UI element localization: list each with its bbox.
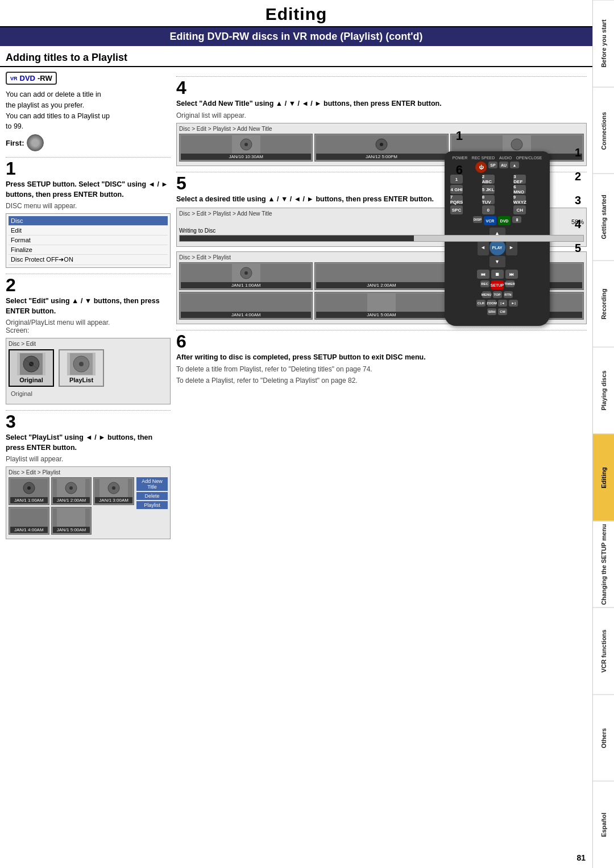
rec-speed-btn[interactable]: SP	[488, 162, 497, 168]
side-num-5: 5	[575, 241, 581, 255]
step2-screen: Disc > Edit	[6, 338, 171, 404]
search-btn[interactable]: SRH	[487, 308, 496, 315]
step1-title: Press SETUP button. Select "DISC" using …	[6, 180, 171, 200]
remote-top-btns: ⏻ SP AU ▲	[450, 162, 544, 173]
sidebar-espanol: Español	[593, 781, 614, 868]
step6-thumb-img-1	[181, 264, 311, 282]
svg-rect-17	[57, 509, 85, 527]
step6-thumb-img-4	[181, 294, 311, 312]
thumb-label-3: JAN/1 3:00AM	[95, 497, 132, 503]
cm-skip-btn[interactable]: CM	[498, 308, 507, 315]
timer-btn[interactable]: TIMER	[505, 280, 515, 287]
thumb-3: JAN/1 3:00AM	[93, 477, 134, 505]
dpad-left[interactable]: ◄	[478, 239, 489, 255]
step6-thumb-4: JAN/1 4:00AM	[179, 292, 313, 320]
svg-point-25	[511, 139, 522, 150]
right-sidebar: Before you start Connections Getting sta…	[592, 0, 614, 868]
playback-row: ⏮ ⏹ ⏭	[450, 270, 544, 279]
sidebar-recording: Recording	[593, 261, 614, 348]
svg-point-6	[79, 362, 84, 366]
step1-number: 1	[6, 159, 171, 177]
pause-btn[interactable]: ⏸	[512, 216, 521, 223]
step4-thumb-2: JAN/12 5:00PM	[314, 134, 448, 162]
remote-numpad: 1 2 ABC 3 DEF 4 GHI 5 JKL 6 MNO 7 PQRS 8…	[450, 175, 544, 214]
menu-playlist: Playlist	[136, 501, 168, 509]
playlist-icon	[67, 353, 96, 375]
num8[interactable]: 8 TUV	[482, 195, 495, 204]
dpad-right[interactable]: ►	[506, 239, 517, 255]
first-label: First:	[6, 134, 171, 151]
menu-btn[interactable]: MENU	[482, 291, 491, 298]
step4-title: Select "Add New Title" using ▲ / ▼ / ◄ /…	[176, 99, 587, 109]
step4-subtext: Original list will appear.	[176, 111, 587, 119]
stop-btn[interactable]: ⏹	[491, 270, 504, 279]
display-row: DISP VCR DVD ⏸	[450, 216, 544, 225]
step3-thumbnail-grid: JAN/1 1:00AM JAN/1 2:00AM	[9, 477, 134, 535]
dpad-down[interactable]: ▼	[489, 256, 505, 267]
step1-screen: Disc Edit Format Finalize Disc Protect O…	[6, 213, 171, 268]
num5[interactable]: 5 JKL	[482, 185, 495, 194]
section-header: Editing DVD-RW discs in VR mode (Playlis…	[0, 27, 592, 46]
disc-menu-item-format: Format	[9, 235, 168, 245]
num0[interactable]: 0	[482, 205, 495, 214]
enter-btn[interactable]: PLAY	[489, 239, 505, 255]
step3-subtext: Playlist will appear.	[6, 455, 171, 463]
power-btn[interactable]: ⏻	[475, 162, 487, 173]
dvd-btn[interactable]: DVD	[498, 216, 511, 225]
rw-label: -RW	[38, 74, 52, 82]
step6-number: 6	[176, 332, 587, 350]
dvd-rw-badge: VR DVD -RW	[6, 72, 57, 85]
setup-btn[interactable]: SETUP	[491, 280, 504, 290]
num6[interactable]: 6 MNO	[513, 185, 526, 194]
thumb-label-4: JAN/1 4:00AM	[10, 527, 48, 533]
space-btn[interactable]: SPC	[450, 205, 463, 214]
num9[interactable]: 9 WXYZ	[513, 195, 526, 204]
rec-otr-btn[interactable]: REC	[480, 280, 489, 287]
num4[interactable]: 4 GHI	[450, 185, 463, 194]
vcr-btn[interactable]: VCR	[484, 216, 496, 225]
step3-section: 3 Select "PlayList" using ◄ / ► buttons,…	[6, 412, 171, 539]
step3-title: Select "PlayList" using ◄ / ► buttons, t…	[6, 433, 171, 453]
sub-header: Adding titles to a Playlist	[0, 49, 592, 67]
display-btn[interactable]: DISP	[473, 216, 482, 223]
skip-fwd-btn[interactable]: ►|	[509, 300, 518, 307]
step4-thumb-label-1: JAN/10 10:30AM	[181, 154, 311, 160]
top-menu-btn[interactable]: TOP	[493, 291, 502, 298]
sidebar-getting-started: Getting started	[593, 173, 614, 261]
rewind-btn[interactable]: ⏮	[477, 270, 489, 279]
zoom-btn[interactable]: ZOOM	[487, 300, 496, 307]
step4-screen-title: Disc > Edit > Playlist > Add New Title	[179, 126, 584, 132]
thumb-img-4	[10, 509, 48, 527]
intro-text: You can add or delete a title in the pla…	[6, 89, 171, 132]
step2-subtext: Original/PlayList menu will appear.Scree…	[6, 319, 171, 334]
svg-point-12	[69, 486, 73, 490]
svg-point-15	[112, 486, 115, 490]
step3-number: 3	[6, 412, 171, 431]
skip-row: CLR ZOOM |◄ ►|	[450, 300, 544, 307]
skip-back-btn[interactable]: |◄	[498, 300, 507, 307]
num3[interactable]: 3 DEF	[513, 175, 526, 184]
svg-rect-32	[367, 294, 396, 312]
side-num-1: 1	[575, 146, 581, 159]
svg-point-20	[244, 143, 248, 146]
playlist-label: PlayList	[62, 377, 101, 383]
step4-thumb-img-2	[316, 135, 446, 154]
clear-btn[interactable]: CLR	[476, 300, 486, 307]
num7[interactable]: 7 PQRS	[450, 195, 463, 204]
sidebar-editing: Editing	[593, 434, 614, 521]
ch-btn[interactable]: CH	[513, 205, 526, 214]
thumb-img-1	[10, 479, 48, 497]
audio-btn[interactable]: AU	[499, 162, 508, 168]
return-btn[interactable]: RTN	[504, 291, 513, 298]
num2[interactable]: 2 ABC	[482, 175, 495, 184]
callout-6: 6	[456, 163, 463, 177]
step6-thumb-img-2	[316, 264, 446, 282]
step6-separator	[176, 330, 587, 330]
sidebar-vcr-functions: VCR functions	[593, 607, 614, 695]
disc-menu-item-disc: Disc	[9, 216, 168, 226]
sidebar-changing-setup: Changing the SETUP menu	[593, 521, 614, 608]
ffwd-btn[interactable]: ⏭	[505, 270, 518, 279]
side-num-3: 3	[575, 193, 581, 207]
step3-screen: Disc > Edit > Playlist JAN/1 1:00AM	[6, 466, 171, 539]
open-close-btn[interactable]: ▲	[510, 162, 519, 168]
